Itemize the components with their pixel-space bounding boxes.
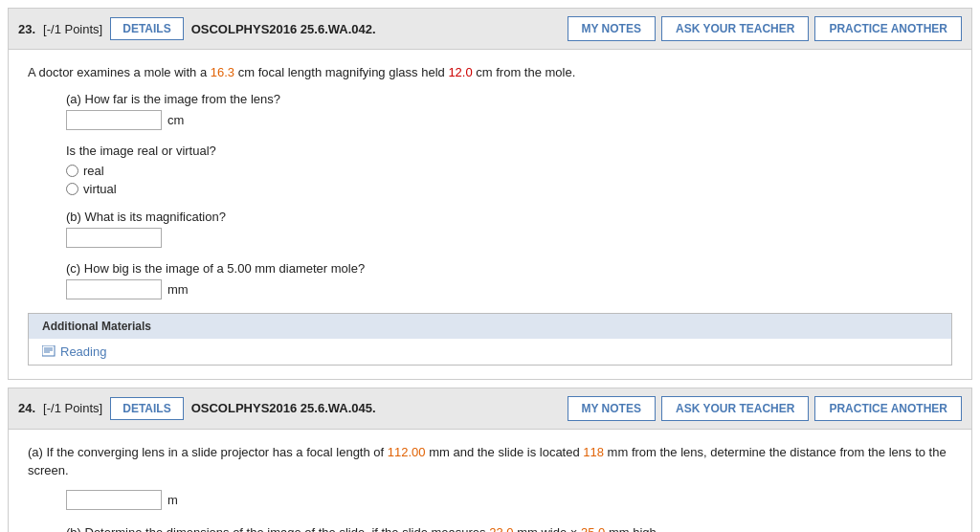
problem-24-intro: (a) If the converging lens in a slide pr… (28, 443, 952, 480)
sub-question-24a-input-row: m (66, 490, 952, 510)
problem-23-intro: A doctor examines a mole with a 16.3 cm … (28, 63, 952, 82)
problem-23-header-buttons: MY NOTES ASK YOUR TEACHER PRACTICE ANOTH… (568, 16, 963, 41)
problem-24-ask-teacher-button[interactable]: ASK YOUR TEACHER (661, 396, 809, 421)
problem-24-practice-another-button[interactable]: PRACTICE ANOTHER (814, 396, 962, 421)
sub-question-23c-input-row: mm (66, 279, 952, 299)
sub-question-23b-label: (b) What is its magnification? (66, 210, 952, 224)
problem-24-body: (a) If the converging lens in a slide pr… (9, 430, 971, 533)
problem-24: 24. [-/1 Points] DETAILS OSCOLPHYS2016 2… (8, 388, 972, 533)
sub-question-24b-text: (b) Determine the dimensions of the imag… (66, 523, 952, 533)
value-distance: 12.0 (448, 65, 472, 79)
radio-real: real (66, 164, 952, 178)
sub-question-23c: (c) How big is the image of a 5.00 mm di… (66, 261, 952, 299)
problem-23-details-button[interactable]: DETAILS (110, 17, 183, 40)
sub-question-23a-input-row: cm (66, 110, 952, 130)
input-23b[interactable] (66, 228, 162, 248)
problem-24-header-buttons: MY NOTES ASK YOUR TEACHER PRACTICE ANOTH… (568, 396, 963, 421)
reading-link-23[interactable]: Reading (29, 339, 951, 365)
real-virtual-label: Is the image real or virtual? (66, 144, 952, 158)
additional-materials-23-label: Additional Materials (29, 314, 951, 339)
sub-question-23b-input-row (66, 228, 952, 248)
value-slide-location-24: 118 (583, 445, 604, 459)
problem-23-number: 23. (18, 22, 35, 36)
input-23a[interactable] (66, 110, 162, 130)
problem-24-points: [-/1 Points] (43, 401, 102, 415)
unit-23a: cm (167, 113, 184, 127)
problem-23-points: [-/1 Points] (43, 22, 102, 36)
value-focal-length: 16.3 (211, 65, 234, 79)
materials-box-23: Additional Materials Reading (28, 313, 952, 366)
sub-question-23a: (a) How far is the image from the lens? … (66, 92, 952, 130)
unit-24a: m (167, 493, 178, 507)
sub-question-24a: m (66, 490, 952, 510)
reading-icon (42, 345, 56, 357)
problem-23: 23. [-/1 Points] DETAILS OSCOLPHYS2016 2… (8, 8, 972, 380)
radio-group-real-virtual: real virtual (66, 164, 952, 196)
value-width-24: 23.0 (489, 525, 513, 533)
radio-real-label: real (83, 164, 104, 178)
value-height-24: 35.0 (581, 525, 605, 533)
reading-label-23: Reading (60, 344, 106, 359)
problem-24-my-notes-button[interactable]: MY NOTES (568, 396, 656, 421)
input-23c[interactable] (66, 279, 162, 299)
radio-virtual-input[interactable] (66, 183, 78, 195)
radio-virtual: virtual (66, 182, 952, 196)
problem-24-number: 24. (18, 401, 35, 415)
unit-23c: mm (167, 282, 189, 297)
problem-23-my-notes-button[interactable]: MY NOTES (568, 16, 656, 41)
input-24a[interactable] (66, 490, 162, 510)
value-focal-length-24: 112.00 (388, 445, 426, 459)
problem-23-ask-teacher-button[interactable]: ASK YOUR TEACHER (661, 16, 809, 41)
sub-question-23a-label: (a) How far is the image from the lens? (66, 92, 952, 106)
problem-23-header: 23. [-/1 Points] DETAILS OSCOLPHYS2016 2… (9, 9, 971, 50)
problem-23-id: OSCOLPHYS2016 25.6.WA.042. (191, 22, 560, 36)
radio-real-input[interactable] (66, 165, 78, 177)
sub-question-23-real-virtual: Is the image real or virtual? real virtu… (66, 144, 952, 196)
problem-24-id: OSCOLPHYS2016 25.6.WA.045. (191, 401, 560, 415)
problem-23-practice-another-button[interactable]: PRACTICE ANOTHER (814, 16, 962, 41)
sub-question-23b: (b) What is its magnification? (66, 210, 952, 248)
sub-question-23c-label: (c) How big is the image of a 5.00 mm di… (66, 261, 952, 276)
problem-23-body: A doctor examines a mole with a 16.3 cm … (9, 50, 971, 379)
radio-virtual-label: virtual (83, 182, 117, 196)
sub-question-24b: (b) Determine the dimensions of the imag… (66, 523, 952, 533)
problem-24-details-button[interactable]: DETAILS (110, 397, 183, 420)
problem-24-header: 24. [-/1 Points] DETAILS OSCOLPHYS2016 2… (9, 388, 971, 430)
